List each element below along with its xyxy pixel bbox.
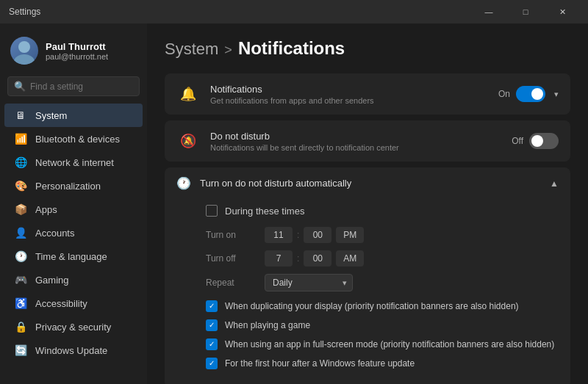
turn-on-min[interactable]: 00: [304, 227, 331, 243]
sidebar: Paul Thurrott paul@thurrott.net 🔍 🖥 Syst…: [0, 23, 147, 384]
sidebar-item-accessibility[interactable]: ♿ Accessibility: [4, 291, 143, 315]
sidebar-item-gaming[interactable]: 🎮 Gaming: [4, 268, 143, 291]
notifications-toggle[interactable]: [516, 86, 545, 102]
repeat-select-wrap[interactable]: Daily Weekdays Weekends: [265, 274, 353, 291]
dnd-row: 🔕 Do not disturb Notifications will be s…: [165, 120, 570, 162]
turn-on-row: Turn on 11 : 00 PM: [206, 227, 556, 243]
sidebar-item-time[interactable]: 🕐 Time & language: [4, 244, 143, 268]
sidebar-item-personalization[interactable]: 🎨 Personalization: [4, 174, 143, 198]
turn-on-fields: 11 : 00 PM: [265, 227, 364, 243]
fullscreen-checkbox[interactable]: [206, 338, 218, 350]
notifications-control: On ▾: [498, 86, 559, 102]
minimize-button[interactable]: —: [472, 0, 506, 23]
fullscreen-label: When using an app in full-screen mode (p…: [225, 339, 554, 349]
notifications-section: 🔔 Notifications Get notifications from a…: [165, 73, 570, 115]
dnd-toggle-label: Off: [512, 136, 523, 146]
display-checkbox[interactable]: [206, 300, 218, 312]
svg-point-0: [18, 41, 30, 53]
game-label: When playing a game: [225, 320, 310, 330]
user-info: Paul Thurrott paul@thurrott.net: [46, 41, 108, 61]
page-header: System > Notifications: [165, 38, 570, 59]
gaming-icon: 🎮: [15, 274, 26, 286]
checkbox-display: When duplicating your display (priority …: [206, 300, 556, 312]
during-times-label: During these times: [225, 206, 304, 217]
turn-off-period[interactable]: AM: [336, 250, 364, 267]
dnd-toggle[interactable]: [529, 133, 559, 149]
notifications-toggle-label: On: [498, 89, 510, 99]
sidebar-item-label: Apps: [35, 204, 57, 215]
dnd-control: Off: [512, 133, 559, 149]
feature-update-checkbox[interactable]: [206, 358, 218, 369]
dnd-title: Do not disturb: [210, 131, 512, 142]
auto-dnd-section: 🕐 Turn on do not disturb automatically ▲…: [165, 167, 570, 384]
turn-off-hour[interactable]: 7: [265, 250, 293, 267]
time-sep-2: :: [297, 253, 299, 264]
game-checkbox[interactable]: [206, 319, 218, 331]
avatar: [10, 37, 38, 65]
close-button[interactable]: ✕: [545, 0, 579, 23]
sidebar-item-network[interactable]: 🌐 Network & internet: [4, 151, 143, 174]
sidebar-item-label: Gaming: [35, 275, 69, 286]
accounts-icon: 👤: [15, 227, 26, 239]
time-icon: 🕐: [15, 250, 26, 262]
main-content: System > Notifications 🔔 Notifications G…: [147, 23, 588, 384]
bluetooth-icon: 📶: [15, 133, 26, 145]
search-icon: 🔍: [14, 81, 26, 92]
titlebar-title: Settings: [9, 7, 472, 17]
display-label: When duplicating your display (priority …: [225, 301, 519, 311]
dnd-desc: Notifications will be sent directly to n…: [210, 143, 512, 152]
sidebar-item-apps[interactable]: 📦 Apps: [4, 198, 143, 221]
dnd-text: Do not disturb Notifications will be sen…: [210, 131, 512, 152]
sidebar-item-label: System: [35, 110, 67, 121]
sidebar-item-privacy[interactable]: 🔒 Privacy & security: [4, 315, 143, 338]
breadcrumb-system: System: [165, 40, 218, 59]
checkbox-fullscreen: When using an app in full-screen mode (p…: [206, 338, 556, 350]
feature-update-label: For the first hour after a Windows featu…: [225, 358, 415, 369]
sidebar-item-system[interactable]: 🖥 System: [4, 104, 143, 127]
sidebar-item-windows-update[interactable]: 🔄 Windows Update: [4, 338, 143, 362]
sidebar-item-accounts[interactable]: 👤 Accounts: [4, 221, 143, 244]
titlebar-controls: — □ ✕: [472, 0, 579, 23]
maximize-button[interactable]: □: [509, 0, 542, 23]
sidebar-item-bluetooth[interactable]: 📶 Bluetooth & devices: [4, 127, 143, 151]
during-times-checkbox[interactable]: [206, 205, 218, 217]
auto-dnd-icon: 🕐: [176, 176, 191, 190]
turn-off-fields: 7 : 00 AM: [265, 250, 364, 267]
update-icon: 🔄: [15, 344, 26, 356]
svg-point-1: [14, 54, 35, 65]
auto-dnd-header[interactable]: 🕐 Turn on do not disturb automatically ▲: [165, 167, 570, 199]
sidebar-item-label: Bluetooth & devices: [35, 134, 120, 145]
turn-on-label: Turn on: [206, 230, 265, 240]
turn-off-row: Turn off 7 : 00 AM: [206, 250, 556, 267]
privacy-icon: 🔒: [15, 321, 26, 333]
notifications-row: 🔔 Notifications Get notifications from a…: [165, 73, 570, 115]
dnd-section: 🔕 Do not disturb Notifications will be s…: [165, 120, 570, 162]
search-input[interactable]: [30, 81, 140, 92]
dnd-toggle-knob: [531, 135, 543, 147]
sidebar-item-label: Network & internet: [35, 157, 114, 168]
turn-on-hour[interactable]: 11: [265, 227, 293, 243]
during-times-row: During these times: [206, 205, 556, 217]
turn-on-period[interactable]: PM: [336, 227, 364, 243]
system-icon: 🖥: [15, 109, 26, 121]
user-name: Paul Thurrott: [46, 41, 108, 52]
notifications-text: Notifications Get notifications from app…: [210, 84, 498, 105]
turn-off-min[interactable]: 00: [304, 250, 331, 267]
sidebar-item-label: Time & language: [35, 251, 107, 262]
repeat-select[interactable]: Daily Weekdays Weekends: [265, 274, 353, 291]
network-icon: 🌐: [15, 156, 26, 168]
titlebar: Settings — □ ✕: [0, 0, 588, 23]
toggle-knob: [531, 88, 543, 100]
search-bar[interactable]: 🔍: [7, 76, 140, 96]
notifications-chevron-icon[interactable]: ▾: [554, 90, 559, 99]
dnd-icon: 🔕: [176, 129, 200, 153]
notifications-desc: Get notifications from apps and other se…: [210, 96, 498, 105]
user-profile: Paul Thurrott paul@thurrott.net: [0, 29, 147, 72]
auto-dnd-title: Turn on do not disturb automatically: [200, 178, 550, 189]
personalization-icon: 🎨: [15, 180, 26, 192]
sidebar-item-label: Personalization: [35, 181, 101, 192]
repeat-row: Repeat Daily Weekdays Weekends: [206, 274, 556, 291]
checkbox-feature-update: For the first hour after a Windows featu…: [206, 358, 556, 369]
page-title: Notifications: [238, 38, 345, 59]
notifications-icon: 🔔: [176, 82, 200, 106]
